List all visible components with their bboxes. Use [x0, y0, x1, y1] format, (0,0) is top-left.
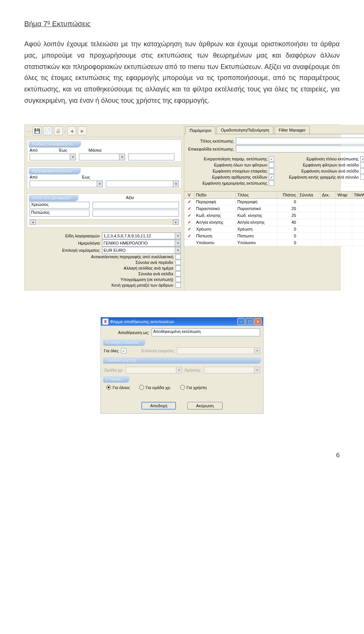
debit-value-input[interactable]	[93, 202, 179, 209]
currency-select[interactable]: EUR EURO▾	[102, 247, 181, 254]
journals-select[interactable]: ΓΕΝΙΚΟ ΗΜΕΡΟΛΟΓΙΟ▾	[102, 240, 181, 246]
close-icon[interactable]: ✕	[254, 318, 262, 325]
chk-show-company[interactable]	[269, 168, 274, 174]
dialog-title: Φόρμα αποθήκευσης εκτυπώσεων	[110, 319, 237, 324]
col-v: V	[184, 191, 195, 198]
chevron-down-icon[interactable]: ▾	[70, 154, 75, 160]
debit-label: Χρεώσεις	[30, 202, 89, 209]
table-row[interactable]: ✓ΠεριγραφήΠεριγραφή0	[184, 199, 364, 206]
group-select: ▾	[126, 367, 182, 373]
chk-label: Εμφάνιση όλων των φίλτρων	[214, 163, 267, 167]
radio-for-group[interactable]: Για ομάδα χρ.	[139, 385, 171, 390]
right-pane: Παράμετροι Ομαδοποίηση/Ταξινόμηση Filter…	[184, 125, 364, 290]
cb-page-per-day-check[interactable]	[176, 265, 181, 271]
accept-button[interactable]: Αποδοχή	[141, 402, 176, 410]
table-row[interactable]: ✓ΧρέωσηΧρέωση0	[184, 226, 364, 233]
chevron-down-icon[interactable]: ▾	[175, 233, 180, 239]
heading-step: Βήμα 7	[24, 20, 47, 28]
table-header: V Πεδίο Τίτλος Πλάτος Σύνολα Δεκ. Wrap T…	[184, 191, 364, 199]
eos-label: Έως	[82, 175, 90, 179]
table-row[interactable]: ✓Αιτ/γία κίνησηςΑιτ/γία κίνησης40	[184, 219, 364, 226]
tab-filter-manager[interactable]: Filter Manager	[275, 126, 310, 134]
tab-parameters[interactable]: Παράμετροι	[185, 126, 215, 134]
account-types-select[interactable]: 1,2,3,4,5,6,7,8,9,10,11,12▾	[102, 232, 181, 239]
chk-label: Εμφάνιση ημερομηνίας εκτύπωσης	[202, 181, 267, 185]
save-dialog-figure: X Φόρμα αποθήκευσης εκτυπώσεων – ▢ ✕ Απο…	[100, 317, 264, 414]
for-all-check[interactable]	[121, 348, 126, 353]
user-label: Χρήστης:	[184, 368, 201, 372]
print-heading-input[interactable]	[236, 146, 364, 152]
col-title: Τίτλος	[236, 191, 277, 198]
eos-label: Έως	[59, 148, 67, 152]
cb-period-totals: Σύνολα ανά περίοδο	[28, 260, 173, 265]
group-movement-date: Ημερομηνία κινήσεων Από Έως ▾ ▾	[27, 166, 182, 189]
chk-show-all-filters[interactable]	[269, 162, 274, 168]
cb-blank-line: Κενή γραμμή μεταξύ των άρθρων	[28, 283, 173, 287]
cb-underline-check[interactable]	[176, 277, 181, 282]
chk-label: Ενεργοποίηση παραμ. εκτύπωσης	[204, 157, 267, 161]
print-icon[interactable]: 🖨	[54, 126, 63, 135]
user-select: ▾	[204, 367, 260, 373]
tab-strip: Παράμετροι Ομαδοποίηση/Ταξινόμηση Filter…	[184, 125, 364, 134]
group-caption: Ποσά από μεταφορά	[29, 195, 78, 201]
chk-filters-per-page[interactable]	[360, 162, 364, 168]
chevron-down-icon[interactable]: ▾	[175, 240, 180, 246]
currency-label: Επιλογή νομίσματος	[28, 248, 100, 253]
chevron-down-icon[interactable]: ▾	[119, 154, 125, 160]
apo-input[interactable]: ▾	[30, 154, 76, 160]
left-icon[interactable]: ◄	[67, 126, 76, 135]
print-heading-label: Επικεφαλίδα εκτύπωσης	[184, 147, 234, 151]
table-row[interactable]: ✓Κωδ. κίνησηςΚωδ. κίνησης25	[184, 212, 364, 219]
cb-period-totals-check[interactable]	[176, 260, 181, 265]
chk-enable-params[interactable]	[269, 156, 274, 162]
chevron-down-icon[interactable]: ▾	[173, 181, 179, 187]
value-header: Αξία	[78, 194, 181, 202]
chevron-down-icon[interactable]: ▾	[175, 247, 180, 253]
col-field: Πεδίο	[195, 191, 236, 198]
credit-value-input[interactable]	[93, 210, 179, 217]
maximize-icon[interactable]: ▢	[246, 318, 253, 325]
table-row[interactable]: ✓ΠαραστατικόΠαραστατικό20	[184, 206, 364, 212]
chk-show-title[interactable]	[360, 156, 364, 162]
chevron-down-icon: ▾	[254, 367, 260, 373]
cancel-button[interactable]: Ακύρωση	[187, 402, 223, 410]
apo-label: Από	[30, 175, 38, 179]
scroll-left-icon[interactable]: ◂	[30, 220, 36, 225]
delete-icon[interactable]: 📄	[43, 126, 52, 135]
cb-blank-line-check[interactable]	[176, 282, 181, 288]
right-icon[interactable]: ►	[78, 126, 87, 135]
date-to-input[interactable]: ▾	[106, 180, 179, 187]
left-pane: ··· 💾 📄 🖨 | ◄ ► Κωδικός λογαριασμού Από …	[25, 125, 184, 290]
cb-page-totals-check[interactable]	[176, 271, 181, 276]
check-col-right: Εμφάνιση τίτλου εκτύπωσης Εμφάνιση φίλτρ…	[279, 156, 364, 186]
chk-show-page-num[interactable]	[269, 174, 274, 180]
col-totals: Σύνολα	[298, 191, 320, 198]
journals-label: Ημερολόγια	[28, 241, 100, 245]
table-row[interactable]: ΥπόλοιποΥπόλοιπο0	[184, 240, 364, 246]
chk-label: Εμφάνιση αρίθμησης σελίδων	[212, 175, 267, 179]
table-row[interactable]: ✓ΠίστωσηΠίστωση0	[184, 233, 364, 240]
horizontal-scrollbar[interactable]: ◂ ▸	[30, 219, 179, 225]
save-icon[interactable]: 💾	[33, 126, 42, 135]
for-all-label: Για όλες	[104, 348, 119, 353]
chevron-down-icon[interactable]: ▾	[97, 181, 102, 187]
print-title-input[interactable]	[236, 138, 364, 144]
save-as-input[interactable]: Αποθηκευμένη εκτύπωση	[152, 328, 260, 336]
mask-input[interactable]	[128, 154, 174, 160]
eos-input[interactable]: ▾	[79, 154, 125, 160]
radio-for-all[interactable]: Για όλους	[106, 385, 130, 390]
radio-for-user[interactable]: Για χρήστη	[180, 385, 207, 390]
scroll-right-icon[interactable]: ▸	[173, 220, 179, 225]
tab-grouping[interactable]: Ομαδοποίηση/Ταξινόμηση	[217, 126, 273, 134]
chk-show-date[interactable]	[269, 180, 274, 186]
company-select-label: Επιλογή εταιρείας	[141, 348, 174, 353]
chk-blank-per-total[interactable]	[360, 174, 364, 180]
chk-totals-per-page[interactable]	[360, 168, 364, 174]
minimize-icon[interactable]: –	[237, 318, 245, 325]
options-section-head: Επιλογές	[103, 376, 129, 383]
date-from-input[interactable]: ▾	[30, 180, 103, 187]
col-width: Πλάτος	[277, 191, 298, 198]
group-label: Ομάδα χρ.	[104, 368, 124, 372]
col-titlew: TitleW	[352, 191, 364, 198]
cb-alt-desc-check[interactable]	[176, 254, 181, 259]
